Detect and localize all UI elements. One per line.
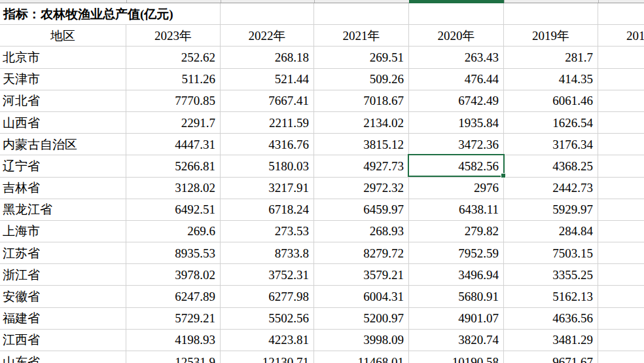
region-cell[interactable]: 浙江省 [0, 264, 126, 286]
value-cell[interactable]: 3978.02 [126, 264, 221, 286]
value-cell[interactable]: 8935.53 [126, 242, 221, 264]
fill-handle[interactable] [501, 173, 506, 178]
region-cell[interactable]: 河北省 [0, 90, 126, 112]
value-cell[interactable]: 11468.01 [314, 351, 409, 363]
empty-cell[interactable] [314, 3, 409, 25]
value-cell[interactable]: 268.93 [314, 221, 409, 242]
header-cell-2018[interactable]: 2018年 [598, 25, 644, 47]
empty-cell[interactable] [409, 3, 504, 25]
value-cell[interactable]: 4901.07 [409, 308, 504, 330]
value-cell[interactable]: 3355.25 [504, 264, 598, 286]
value-cell[interactable]: 10190.58 [409, 351, 504, 363]
value-cell[interactable]: 6718.24 [221, 199, 314, 221]
region-cell[interactable]: 北京市 [0, 47, 126, 68]
value-cell[interactable]: 279.82 [409, 221, 504, 242]
value-cell[interactable]: 3128.02 [126, 178, 221, 199]
value-cell[interactable]: 5200.97 [314, 308, 409, 330]
value-cell[interactable]: 6492.51 [126, 199, 221, 221]
value-cell[interactable]: 5162.13 [504, 286, 598, 307]
value-cell[interactable] [598, 308, 644, 330]
value-cell[interactable]: 521.44 [221, 69, 314, 90]
region-cell[interactable]: 山东省 [0, 351, 126, 363]
value-cell[interactable]: 5729.21 [126, 308, 221, 330]
value-cell[interactable]: 5266.81 [126, 155, 221, 177]
value-cell[interactable]: 3815.12 [314, 134, 409, 155]
value-cell[interactable]: 8733.8 [221, 242, 314, 264]
region-cell[interactable]: 黑龙江省 [0, 199, 126, 221]
header-cell-2023[interactable]: 2023年 [126, 25, 221, 47]
region-cell[interactable]: 吉林省 [0, 178, 126, 199]
value-cell[interactable]: 4582.56 [409, 155, 504, 177]
value-cell[interactable]: 2291.7 [126, 112, 221, 134]
value-cell[interactable]: 6061.46 [504, 90, 598, 112]
value-cell[interactable]: 6247.89 [126, 286, 221, 307]
value-cell[interactable]: 6277.98 [221, 286, 314, 307]
value-cell[interactable] [598, 242, 644, 264]
value-cell[interactable] [598, 90, 644, 112]
value-cell[interactable] [598, 47, 644, 68]
value-cell[interactable]: 3472.36 [409, 134, 504, 155]
header-cell-2019[interactable]: 2019年 [504, 25, 598, 47]
value-cell[interactable] [598, 69, 644, 90]
region-cell[interactable]: 江苏省 [0, 242, 126, 264]
value-cell[interactable]: 268.18 [221, 47, 314, 68]
value-cell[interactable]: 2442.73 [504, 178, 598, 199]
region-cell[interactable]: 江西省 [0, 330, 126, 351]
value-cell[interactable]: 9671.67 [504, 351, 598, 363]
value-cell[interactable]: 5929.97 [504, 199, 598, 221]
header-cell-region[interactable]: 地区 [0, 25, 126, 47]
value-cell[interactable]: 7770.85 [126, 90, 221, 112]
value-cell[interactable]: 4447.31 [126, 134, 221, 155]
value-cell[interactable]: 3579.21 [314, 264, 409, 286]
value-cell[interactable]: 4368.25 [504, 155, 598, 177]
value-cell[interactable]: 4198.93 [126, 330, 221, 351]
value-cell[interactable]: 1935.84 [409, 112, 504, 134]
value-cell[interactable] [598, 112, 644, 134]
header-cell-2022[interactable]: 2022年 [221, 25, 314, 47]
value-cell[interactable]: 3496.94 [409, 264, 504, 286]
value-cell[interactable]: 269.51 [314, 47, 409, 68]
value-cell[interactable]: 6742.49 [409, 90, 504, 112]
value-cell[interactable]: 4223.81 [221, 330, 314, 351]
indicator-title-cell[interactable]: 指标：农林牧渔业总产值(亿元) [0, 3, 221, 25]
value-cell[interactable]: 252.62 [126, 47, 221, 68]
value-cell[interactable]: 273.53 [221, 221, 314, 242]
value-cell[interactable]: 3481.29 [504, 330, 598, 351]
value-cell[interactable]: 6004.31 [314, 286, 409, 307]
value-cell[interactable]: 284.84 [504, 221, 598, 242]
region-cell[interactable]: 辽宁省 [0, 155, 126, 177]
value-cell[interactable]: 2134.02 [314, 112, 409, 134]
value-cell[interactable]: 511.26 [126, 69, 221, 90]
header-cell-2020[interactable]: 2020年 [409, 25, 504, 47]
value-cell[interactable] [598, 155, 644, 177]
region-cell[interactable]: 天津市 [0, 69, 126, 90]
value-cell[interactable]: 6459.97 [314, 199, 409, 221]
value-cell[interactable]: 5180.03 [221, 155, 314, 177]
value-cell[interactable]: 5680.91 [409, 286, 504, 307]
empty-cell[interactable] [598, 3, 644, 25]
value-cell[interactable]: 4636.56 [504, 308, 598, 330]
value-cell[interactable] [598, 199, 644, 221]
value-cell[interactable] [598, 221, 644, 242]
value-cell[interactable]: 8279.72 [314, 242, 409, 264]
value-cell[interactable]: 2976 [409, 178, 504, 199]
value-cell[interactable]: 5502.56 [221, 308, 314, 330]
region-cell[interactable]: 山西省 [0, 112, 126, 134]
value-cell[interactable]: 3820.74 [409, 330, 504, 351]
value-cell[interactable]: 7018.67 [314, 90, 409, 112]
value-cell[interactable]: 12531.9 [126, 351, 221, 363]
value-cell[interactable]: 12130.71 [221, 351, 314, 363]
value-cell[interactable]: 7952.59 [409, 242, 504, 264]
value-cell[interactable]: 3176.34 [504, 134, 598, 155]
value-cell[interactable]: 7667.41 [221, 90, 314, 112]
header-cell-2021[interactable]: 2021年 [314, 25, 409, 47]
value-cell[interactable] [598, 178, 644, 199]
value-cell[interactable]: 509.26 [314, 69, 409, 90]
empty-cell[interactable] [221, 3, 314, 25]
value-cell[interactable]: 476.44 [409, 69, 504, 90]
value-cell[interactable]: 4927.73 [314, 155, 409, 177]
value-cell[interactable] [598, 330, 644, 351]
value-cell[interactable]: 3752.31 [221, 264, 314, 286]
empty-cell[interactable] [504, 3, 598, 25]
value-cell[interactable]: 3998.09 [314, 330, 409, 351]
